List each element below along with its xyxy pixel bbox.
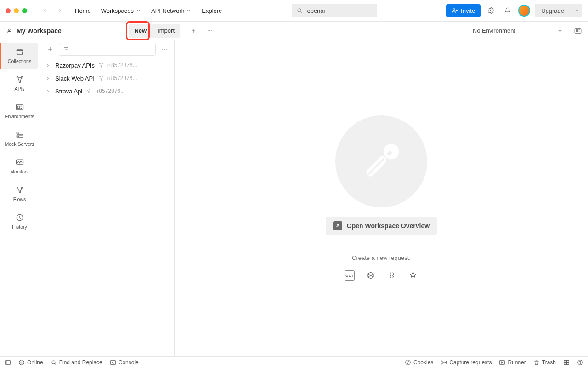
svg-point-41: [406, 360, 411, 365]
nav-workspaces[interactable]: Workspaces: [100, 6, 142, 16]
nav-api-network-label: API Network: [151, 7, 184, 14]
create-collection-button[interactable]: [44, 43, 56, 55]
svg-rect-15: [17, 135, 23, 138]
collection-filter-input[interactable]: [59, 43, 156, 56]
graphql-request-icon[interactable]: [366, 270, 376, 281]
environment-select[interactable]: No Environment: [465, 22, 563, 40]
cookies-button[interactable]: Cookies: [405, 359, 433, 366]
collection-name: Strava Api: [55, 88, 82, 95]
svg-rect-37: [6, 360, 11, 364]
invite-button[interactable]: Invite: [446, 4, 481, 17]
collection-row[interactable]: Razorpay APIs rr8572876...: [40, 59, 174, 72]
import-label: Import: [158, 27, 175, 34]
websocket-request-icon[interactable]: [408, 270, 418, 281]
svg-point-3: [8, 29, 10, 30]
svg-point-6: [211, 30, 212, 31]
antenna-icon: [441, 359, 447, 366]
notifications-button[interactable]: [502, 5, 514, 17]
nav-forward-button[interactable]: [54, 5, 66, 17]
svg-point-27: [102, 63, 103, 64]
new-button[interactable]: New: [129, 24, 152, 38]
nav-back-button[interactable]: [39, 5, 51, 17]
create-request-prompt: Create a new request:: [352, 254, 411, 261]
upgrade-button[interactable]: Upgrade: [535, 4, 571, 17]
online-status[interactable]: Online: [18, 359, 43, 366]
svg-point-32: [87, 89, 88, 90]
svg-point-31: [101, 80, 102, 80]
trash-icon: [533, 359, 540, 366]
collection-name: Slack Web API: [55, 75, 95, 82]
close-window-icon[interactable]: [6, 8, 11, 13]
panel-options-button[interactable]: [158, 43, 170, 55]
new-tab-button[interactable]: [187, 25, 199, 37]
chevron-right-icon[interactable]: [45, 88, 51, 94]
topbar: Home Workspaces API Network Explore Invi…: [0, 0, 588, 22]
fork-icon: [98, 75, 104, 81]
open-workspace-overview-button[interactable]: Open Workspace Overview: [326, 217, 437, 235]
help-button[interactable]: [577, 359, 583, 366]
nav-home-label: Home: [75, 7, 91, 14]
svg-rect-8: [576, 29, 577, 32]
trash-button[interactable]: Trash: [533, 359, 556, 366]
user-icon: [6, 27, 13, 34]
svg-point-4: [208, 30, 209, 31]
global-search[interactable]: [292, 4, 377, 17]
rail-item-history[interactable]: History: [0, 208, 38, 234]
search-icon: [297, 7, 302, 14]
side-rail: CollectionsAPIsEnvironmentsMock ServersM…: [0, 40, 40, 356]
chevron-right-icon[interactable]: [45, 75, 51, 81]
http-request-icon[interactable]: GET: [345, 270, 355, 281]
minimize-window-icon[interactable]: [14, 8, 19, 13]
history-icon: [15, 213, 24, 222]
chevron-down-icon: [557, 28, 563, 34]
rail-item-flows[interactable]: Flows: [0, 181, 38, 207]
find-replace-label: Find and Replace: [59, 359, 102, 366]
runner-button[interactable]: Runner: [499, 359, 526, 366]
import-button[interactable]: Import: [152, 24, 180, 38]
svg-point-2: [490, 10, 492, 12]
collection-fork-label: rr8572876...: [107, 75, 137, 81]
environment-quicklook-button[interactable]: [571, 24, 584, 37]
dots-horizontal-icon: [207, 27, 213, 34]
new-label: New: [134, 27, 147, 34]
rail-item-monitors[interactable]: Monitors: [0, 153, 38, 179]
collection-row[interactable]: Slack Web API rr8572876...: [40, 72, 174, 85]
rail-item-label: History: [12, 224, 27, 230]
rail-item-mock[interactable]: Mock Servers: [0, 126, 38, 151]
settings-button[interactable]: [485, 5, 497, 17]
workspace-name[interactable]: My Workspace: [17, 27, 62, 34]
svg-point-28: [101, 67, 102, 68]
rail-item-environments[interactable]: Environments: [0, 98, 38, 124]
svg-rect-13: [17, 106, 19, 109]
grpc-request-icon[interactable]: [387, 270, 397, 281]
svg-rect-49: [564, 362, 566, 364]
nav-api-network[interactable]: API Network: [150, 6, 192, 16]
empty-state-illustration: [335, 115, 427, 207]
svg-point-42: [407, 362, 407, 362]
global-search-input[interactable]: [306, 7, 372, 15]
environments-icon: [15, 103, 24, 112]
trash-label: Trash: [542, 359, 556, 366]
window-controls: [6, 8, 27, 13]
nav-explore[interactable]: Explore: [201, 6, 223, 16]
avatar[interactable]: [518, 5, 530, 17]
svg-point-33: [90, 89, 90, 90]
nav-home[interactable]: Home: [74, 6, 92, 16]
tab-options-button[interactable]: [204, 25, 216, 37]
collection-row[interactable]: Strava Api rr8572876...: [40, 85, 174, 98]
find-replace-button[interactable]: Find and Replace: [51, 359, 102, 366]
capture-requests-button[interactable]: Capture requests: [441, 359, 492, 366]
svg-rect-40: [111, 360, 116, 364]
upgrade-menu-button[interactable]: [571, 4, 582, 17]
rail-item-apis[interactable]: APIs: [0, 70, 38, 96]
sidebar-toggle-button[interactable]: [5, 359, 11, 366]
layout-icon: [563, 359, 570, 366]
layout-toggle-button[interactable]: [563, 359, 570, 366]
chevron-right-icon[interactable]: [45, 63, 51, 68]
rail-item-collections[interactable]: Collections: [0, 43, 38, 69]
rail-item-label: Collections: [8, 58, 31, 64]
svg-point-10: [21, 76, 23, 78]
monitors-icon: [15, 158, 24, 167]
maximize-window-icon[interactable]: [22, 8, 27, 13]
console-button[interactable]: Console: [110, 359, 139, 366]
